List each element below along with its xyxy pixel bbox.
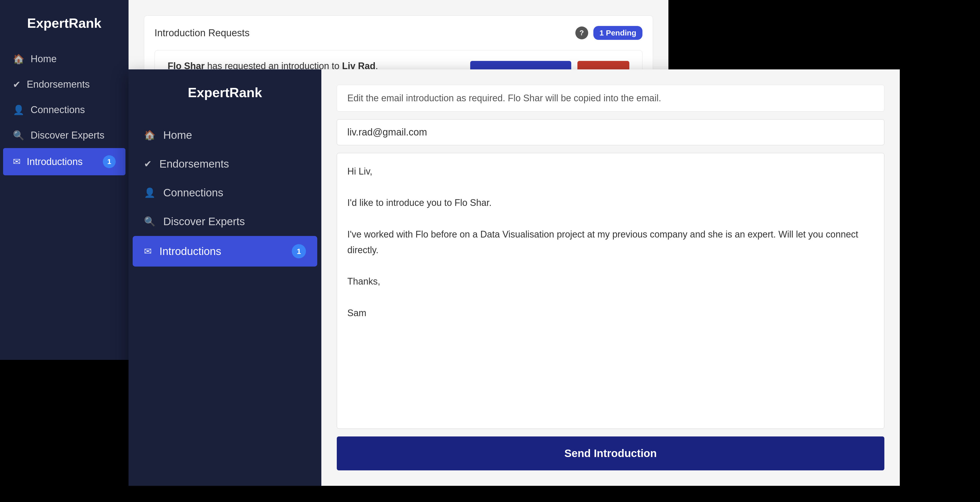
sidebar-item-introductions-back[interactable]: ✉ Introductions 1: [3, 148, 126, 175]
discover-icon-front: 🔍: [144, 216, 156, 227]
introductions-badge-front: 1: [292, 244, 306, 258]
discover-label-front: Discover Experts: [163, 215, 245, 228]
main-content-front: Edit the email introduction as required.…: [321, 69, 900, 486]
sidebar-item-introductions-front[interactable]: ✉ Introductions 1: [133, 236, 317, 267]
introductions-icon-front: ✉: [144, 246, 152, 257]
connections-icon-back: 👤: [13, 105, 24, 115]
connections-label-back: Connections: [30, 104, 85, 115]
sidebar-item-connections-front[interactable]: 👤 Connections: [129, 178, 321, 207]
connections-icon-front: 👤: [144, 187, 156, 198]
home-label-back: Home: [30, 54, 57, 65]
endorsements-icon-back: ✔: [13, 79, 21, 90]
card-title-back: Introduction Requests: [154, 27, 250, 38]
home-icon-back: 🏠: [13, 54, 24, 65]
sidebar-back: ExpertRank 🏠 Home ✔ Endorsements 👤 Conne…: [0, 0, 129, 360]
sidebar-item-endorsements-back[interactable]: ✔ Endorsements: [0, 72, 129, 97]
introductions-icon-back: ✉: [13, 156, 21, 167]
discover-icon-back: 🔍: [13, 130, 24, 141]
sidebar-item-connections-back[interactable]: 👤 Connections: [0, 97, 129, 122]
introductions-label-front: Introductions: [159, 245, 221, 257]
endorsements-label-front: Endorsements: [159, 158, 229, 170]
endorsements-icon-front: ✔: [144, 159, 152, 169]
pending-badge-back: 1 Pending: [593, 26, 643, 40]
card-header-back: Introduction Requests ? 1 Pending: [154, 26, 643, 40]
introductions-badge-back: 1: [103, 155, 116, 168]
send-introduction-button[interactable]: Send Introduction: [337, 437, 885, 470]
info-banner: Edit the email introduction as required.…: [337, 85, 885, 111]
email-to-field[interactable]: liv.rad@gmail.com: [337, 119, 885, 145]
sidebar-item-endorsements-front[interactable]: ✔ Endorsements: [129, 149, 321, 178]
window-front: ExpertRank 🏠 Home ✔ Endorsements 👤 Conne…: [129, 69, 900, 486]
help-icon-back[interactable]: ?: [575, 27, 588, 39]
endorsements-label-back: Endorsements: [27, 79, 90, 90]
header-right-back: ? 1 Pending: [575, 26, 643, 40]
brand-front: ExpertRank: [129, 80, 321, 121]
connections-label-front: Connections: [163, 187, 223, 199]
brand-back: ExpertRank: [0, 10, 129, 46]
sidebar-item-discover-front[interactable]: 🔍 Discover Experts: [129, 207, 321, 236]
discover-label-back: Discover Experts: [30, 130, 104, 141]
introductions-label-back: Introductions: [27, 156, 83, 167]
sidebar-front: ExpertRank 🏠 Home ✔ Endorsements 👤 Conne…: [129, 69, 321, 486]
sidebar-item-home-back[interactable]: 🏠 Home: [0, 46, 129, 72]
home-icon-front: 🏠: [144, 130, 156, 141]
email-body-field[interactable]: Hi Liv, I'd like to introduce you to Flo…: [337, 153, 885, 429]
sidebar-item-home-front[interactable]: 🏠 Home: [129, 121, 321, 149]
sidebar-item-discover-back[interactable]: 🔍 Discover Experts: [0, 122, 129, 148]
home-label-front: Home: [163, 129, 192, 141]
